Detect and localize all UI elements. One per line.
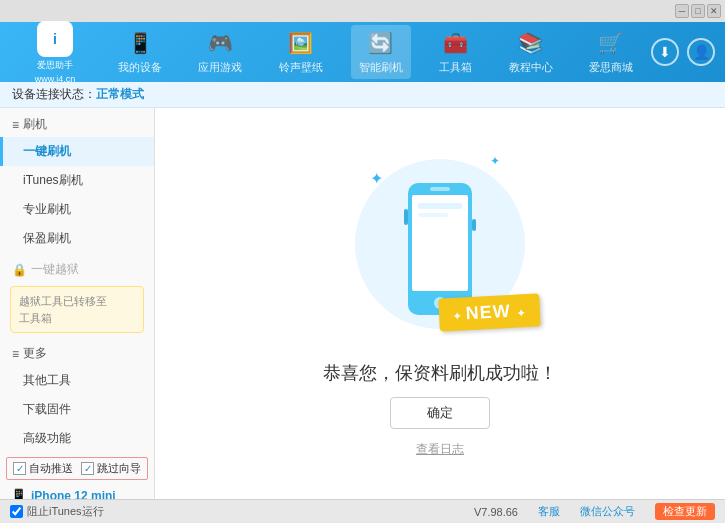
svg-rect-6 <box>404 209 408 225</box>
guide-link[interactable]: 查看日志 <box>416 441 464 458</box>
svg-rect-7 <box>472 219 476 231</box>
guide-link-label: 查看日志 <box>416 442 464 456</box>
sidebar-advanced[interactable]: 高级功能 <box>0 424 154 453</box>
confirm-btn-label: 确定 <box>427 405 453 420</box>
success-title: 恭喜您，保资料刷机成功啦！ <box>323 361 557 385</box>
apps-games-icon: 🎮 <box>206 29 234 57</box>
wechat-link[interactable]: 微信公众号 <box>580 504 635 519</box>
device-name-text: iPhone 12 mini <box>31 489 116 499</box>
support-link[interactable]: 客服 <box>538 504 560 519</box>
nav-toolbox[interactable]: 🧰 工具箱 <box>431 25 480 79</box>
one-click-flash-label: 一键刷机 <box>23 144 71 158</box>
tutorial-label: 教程中心 <box>509 60 553 75</box>
nav-mall[interactable]: 🛒 爱思商城 <box>581 25 641 79</box>
status-bar-right: V7.98.66 客服 微信公众号 检查更新 <box>474 503 715 520</box>
sidebar-pro-flash[interactable]: 专业刷机 <box>0 195 154 224</box>
pro-flash-label: 专业刷机 <box>23 202 71 216</box>
smart-flash-icon: 🔄 <box>367 29 395 57</box>
toolbox-label: 工具箱 <box>439 60 472 75</box>
success-area: ✦ ✦ <box>323 149 557 458</box>
download-firmware-label: 下载固件 <box>23 402 71 416</box>
sidebar: ≡ 刷机 一键刷机 iTunes刷机 专业刷机 保盈刷机 🔒 一键越狱 越狱工具… <box>0 108 155 499</box>
app-logo: i 爱思助手 www.i4.cn <box>10 21 100 84</box>
skip-guide-label: 跳过向导 <box>97 461 141 476</box>
minimize-button[interactable]: ─ <box>675 4 689 18</box>
download-button[interactable]: ⬇ <box>651 38 679 66</box>
skip-guide-check-icon: ✓ <box>81 462 94 475</box>
sparkle-right-icon: ✦ <box>490 154 500 168</box>
status-bar-left: 阻止iTunes运行 <box>10 504 104 519</box>
phone-illustration: ✦ ✦ <box>350 149 530 349</box>
more-header-label: 更多 <box>23 345 47 362</box>
ringtones-icon: 🖼️ <box>287 29 315 57</box>
device-info: 📱 iPhone 12 mini 64GB Down-12mini-13.1 <box>0 484 154 499</box>
main-content: ✦ ✦ <box>155 108 725 499</box>
flash-header-label: 刷机 <box>23 116 47 133</box>
jailbreak-notice-text: 越狱工具已转移至工具箱 <box>19 295 107 324</box>
status-value: 正常模式 <box>96 86 144 103</box>
status-bar: 阻止iTunes运行 V7.98.66 客服 微信公众号 检查更新 <box>0 499 725 523</box>
toolbox-icon: 🧰 <box>442 29 470 57</box>
nav-bar: i 爱思助手 www.i4.cn 📱 我的设备 🎮 应用游戏 🖼️ 铃声壁纸 🔄… <box>0 22 725 82</box>
confirm-button[interactable]: 确定 <box>390 397 490 429</box>
smart-flash-label: 智能刷机 <box>359 60 403 75</box>
save-flash-label: 保盈刷机 <box>23 231 71 245</box>
sidebar-flash-header: ≡ 刷机 <box>0 108 154 137</box>
close-button[interactable]: ✕ <box>707 4 721 18</box>
itunes-checkbox[interactable] <box>10 505 23 518</box>
skip-guide-checkbox[interactable]: ✓ 跳过向导 <box>81 461 141 476</box>
update-btn-label: 检查更新 <box>663 505 707 517</box>
sidebar-save-flash[interactable]: 保盈刷机 <box>0 224 154 253</box>
nav-smart-flash[interactable]: 🔄 智能刷机 <box>351 25 411 79</box>
jailbreak-header-label: 一键越狱 <box>31 261 79 278</box>
tutorial-icon: 📚 <box>517 29 545 57</box>
sidebar-download-firmware[interactable]: 下载固件 <box>0 395 154 424</box>
nav-my-device[interactable]: 📱 我的设备 <box>110 25 170 79</box>
sidebar-jailbreak-header: 🔒 一键越狱 <box>0 253 154 282</box>
nav-items: 📱 我的设备 🎮 应用游戏 🖼️ 铃声壁纸 🔄 智能刷机 🧰 工具箱 📚 教程中… <box>100 25 651 79</box>
maximize-button[interactable]: □ <box>691 4 705 18</box>
new-badge-text: NEW <box>465 301 511 323</box>
ringtones-label: 铃声壁纸 <box>279 60 323 75</box>
update-button[interactable]: 检查更新 <box>655 503 715 520</box>
my-device-icon: 📱 <box>126 29 154 57</box>
auto-push-check-icon: ✓ <box>13 462 26 475</box>
logo-name: 爱思助手 <box>37 59 73 72</box>
nav-ringtones[interactable]: 🖼️ 铃声壁纸 <box>271 25 331 79</box>
version-text: V7.98.66 <box>474 506 518 518</box>
nav-tutorial[interactable]: 📚 教程中心 <box>501 25 561 79</box>
sidebar-one-click-flash[interactable]: 一键刷机 <box>0 137 154 166</box>
itunes-flash-label: iTunes刷机 <box>23 173 83 187</box>
sidebar-itunes-flash[interactable]: iTunes刷机 <box>0 166 154 195</box>
user-button[interactable]: 👤 <box>687 38 715 66</box>
svg-rect-4 <box>418 203 462 209</box>
auto-push-checkbox[interactable]: ✓ 自动推送 <box>13 461 73 476</box>
mall-label: 爱思商城 <box>589 60 633 75</box>
mall-icon: 🛒 <box>597 29 625 57</box>
sparkle-left-icon: ✦ <box>370 169 383 188</box>
flash-header-icon: ≡ <box>12 118 19 132</box>
title-bar: ─ □ ✕ <box>0 0 725 22</box>
sidebar-more-header: ≡ 更多 <box>0 337 154 366</box>
device-phone-icon: 📱 <box>10 488 27 499</box>
logo-icon: i <box>37 21 73 57</box>
nav-apps-games[interactable]: 🎮 应用游戏 <box>190 25 250 79</box>
new-badge: NEW <box>438 293 540 331</box>
other-tools-label: 其他工具 <box>23 373 71 387</box>
svg-rect-5 <box>418 213 448 217</box>
sidebar-other-tools[interactable]: 其他工具 <box>0 366 154 395</box>
checkbox-row: ✓ 自动推送 ✓ 跳过向导 <box>6 457 148 480</box>
advanced-label: 高级功能 <box>23 431 71 445</box>
svg-rect-1 <box>412 195 468 291</box>
auto-push-label: 自动推送 <box>29 461 73 476</box>
jailbreak-lock-icon: 🔒 <box>12 263 27 277</box>
svg-rect-3 <box>430 187 450 191</box>
itunes-label: 阻止iTunes运行 <box>27 504 104 519</box>
jailbreak-notice: 越狱工具已转移至工具箱 <box>10 286 144 333</box>
nav-right: ⬇ 👤 <box>651 38 715 66</box>
device-name: 📱 iPhone 12 mini <box>10 488 144 499</box>
apps-games-label: 应用游戏 <box>198 60 242 75</box>
more-header-icon: ≡ <box>12 347 19 361</box>
status-label: 设备连接状态： <box>12 86 96 103</box>
device-status-bar: 设备连接状态： 正常模式 <box>0 82 725 108</box>
